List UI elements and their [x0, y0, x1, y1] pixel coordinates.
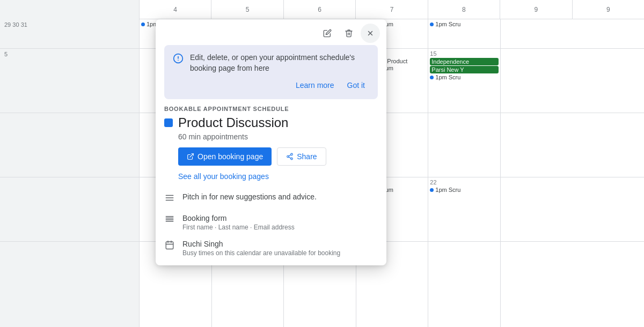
detail-row-calendar: Ruchi Singh Busy times on this calendar …: [156, 235, 386, 261]
event-independence[interactable]: Independence: [430, 58, 499, 65]
detail-row-description: Pitch in for new suggestions and advice.: [156, 188, 386, 210]
week-side-1: 29 30 31: [0, 19, 140, 48]
info-banner-text: Edit, delete, or open your appointment s…: [190, 53, 369, 73]
event-scrum-15[interactable]: 1pm Scru: [430, 74, 499, 80]
svg-line-10: [289, 155, 291, 156]
booking-form-fields: First name · Last name · Email address: [182, 224, 378, 231]
share-button[interactable]: Share: [277, 147, 326, 166]
info-icon: [173, 53, 184, 66]
schedule-duration: 60 min appointments: [156, 132, 386, 147]
popup-toolbar: [156, 19, 386, 45]
detail-row-booking-form: Booking form First name · Last name · Em…: [156, 210, 386, 235]
calendar-icon: [164, 240, 175, 252]
cal-day-row4-col5: 22 1pm Scru: [428, 177, 501, 241]
schedule-title-row: Product Discussion: [156, 115, 386, 132]
cal-day-row1-col5: 1pm Scru: [428, 19, 501, 48]
cal-header-col-7: 9: [573, 0, 644, 19]
cal-day-row2-col5: 15 Independence Parsi New Y 1pm Scru: [428, 49, 501, 113]
learn-more-button[interactable]: Learn more: [291, 79, 339, 92]
action-buttons: Open booking page Share: [156, 147, 386, 172]
event-scrum-5[interactable]: 1pm Scru: [430, 21, 499, 27]
event-parsi[interactable]: Parsi New Y: [430, 66, 499, 73]
info-actions: Learn more Got it: [173, 79, 369, 92]
description-text: Pitch in for new suggestions and advice.: [182, 192, 378, 201]
schedule-title: Product Discussion: [178, 115, 288, 130]
svg-rect-18: [166, 242, 173, 249]
description-icon: [164, 193, 175, 205]
svg-line-9: [289, 157, 291, 158]
cal-header-col-6: 9: [500, 0, 572, 19]
open-booking-page-button[interactable]: Open booking page: [178, 147, 272, 166]
calendar-owner: Ruchi Singh: [182, 240, 378, 248]
week-side-3: [0, 113, 140, 177]
schedule-color-indicator: [164, 118, 173, 127]
got-it-button[interactable]: Got it: [343, 79, 369, 92]
booking-form-icon: [164, 214, 175, 227]
appointment-popup: Edit, delete, or open your appointment s…: [156, 19, 386, 265]
calendar-busy-note: Busy times on this calendar are unavaila…: [182, 249, 378, 257]
cal-day-row1-col7: [572, 19, 644, 48]
calendar-content: Ruchi Singh Busy times on this calendar …: [182, 240, 378, 257]
cal-header-col-4: 7: [356, 0, 428, 19]
cal-header-col-2: 5: [211, 0, 283, 19]
cal-header-col-3: 6: [284, 0, 356, 19]
week-side-2: 5: [0, 49, 140, 113]
cal-day-row4-col7: [572, 177, 644, 241]
delete-button[interactable]: [339, 24, 358, 43]
cal-day-row4-col6: [501, 177, 573, 241]
booking-form-content: Booking form First name · Last name · Em…: [182, 214, 378, 231]
description-content: Pitch in for new suggestions and advice.: [182, 192, 378, 201]
open-booking-label: Open booking page: [197, 152, 263, 161]
close-button[interactable]: [361, 24, 380, 43]
day-num-15: 15: [430, 50, 499, 57]
cal-header-col-5: 8: [428, 0, 500, 19]
week-side-4: [0, 177, 140, 241]
schedule-label: BOOKABLE APPOINTMENT SCHEDULE: [156, 106, 386, 112]
svg-line-5: [190, 154, 193, 157]
day-num-22: 22: [430, 179, 499, 185]
share-label: Share: [297, 152, 317, 161]
cal-day-row2-col6: [501, 49, 573, 113]
info-banner: Edit, delete, or open your appointment s…: [164, 45, 378, 99]
cal-header-col-1: 4: [140, 0, 211, 19]
see-all-booking-pages-link[interactable]: See all your booking pages: [156, 172, 386, 188]
booking-form-title: Booking form: [182, 214, 378, 222]
cal-day-row1-col6: [501, 19, 573, 48]
edit-button[interactable]: [318, 24, 337, 43]
cal-day-row2-col7: [572, 49, 644, 113]
event-scrum-22[interactable]: 1pm Scru: [430, 187, 499, 193]
